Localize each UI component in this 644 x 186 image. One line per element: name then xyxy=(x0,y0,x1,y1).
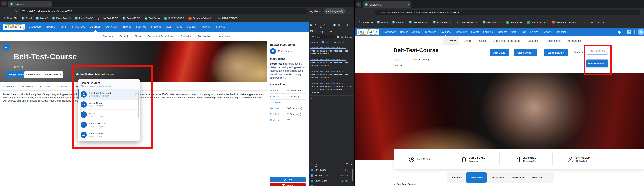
app-nav-item[interactable]: Boards xyxy=(400,28,408,36)
help-icon[interactable]: ? xyxy=(627,30,632,34)
notifications-bell-icon[interactable] xyxy=(618,31,620,33)
devtools-menu-icon[interactable] xyxy=(342,24,344,26)
console-source-link[interactable]: course-overview.component.ht… xyxy=(310,58,352,61)
app-nav-item[interactable]: Reports xyxy=(542,28,552,36)
back-icon[interactable]: ← xyxy=(357,11,362,14)
app-nav-item[interactable]: Admin xyxy=(60,22,67,32)
subnav-item[interactable]: Calendar xyxy=(181,32,191,41)
bookmark-item[interactable]: Devenv - Calimatic... xyxy=(188,17,214,20)
course-tab[interactable]: Discussion xyxy=(487,172,508,183)
back-circle-button[interactable] xyxy=(2,43,10,51)
reload-icon[interactable]: ↻ xyxy=(368,11,373,14)
bookmark-item[interactable]: FlowHCM xyxy=(3,17,17,20)
app-nav-item[interactable]: Events xyxy=(471,28,479,36)
online-class-button[interactable]: Online Class▾ xyxy=(24,71,45,78)
join-class-button[interactable]: Join Class xyxy=(490,49,509,56)
subnav-item[interactable]: Calendar xyxy=(527,36,538,45)
subnav-item[interactable]: Transactions xyxy=(545,36,560,45)
student-list-item[interactable]: 11 10 10 Student ID: 5760 xyxy=(78,109,140,120)
bookmark-item[interactable]: Test Cases xyxy=(144,17,160,20)
forward-icon[interactable]: → xyxy=(362,11,368,14)
bookmark-star-icon[interactable] xyxy=(318,10,321,13)
app-nav-item[interactable]: Financial xyxy=(214,22,225,32)
student-list-item[interactable]: No Student Selected View general curricu… xyxy=(78,89,140,99)
devtools-close-icon[interactable] xyxy=(346,23,348,26)
bookmark-item[interactable]: Demo PROD xyxy=(483,21,502,24)
subnav-item[interactable]: Courses xyxy=(102,32,113,41)
bookmark-item[interactable]: BUGS/ISSUES xyxy=(164,17,184,20)
edit-button[interactable]: Edit xyxy=(270,177,306,182)
tab-close-icon[interactable]: × xyxy=(408,3,409,6)
app-nav-item[interactable]: CRM xyxy=(176,22,182,32)
bookmark-item[interactable]: Demo Dev V3 xyxy=(52,17,70,20)
more-panels-icon[interactable] xyxy=(320,23,321,26)
browser-menu-icon[interactable] xyxy=(348,9,351,13)
issues-bubble-icon[interactable] xyxy=(327,24,329,26)
app-nav-item[interactable]: CRM xyxy=(520,28,526,36)
student-select-dropdown[interactable]: Hilel Houston xyxy=(587,48,608,54)
metric-checkbox[interactable] xyxy=(310,186,313,186)
student-list-item[interactable]: WM Wyoming Mcdowell Student ID: 9514 xyxy=(78,140,140,141)
student-list-item[interactable]: AV Aaron Valdez Student ID: 8957 xyxy=(78,130,140,140)
student-list-item[interactable]: VR Vance Rowe Student ID: 3737 xyxy=(78,99,140,109)
subnav-item[interactable]: Enrollment Form Setup xyxy=(148,32,174,41)
drawer-scrollbar[interactable] xyxy=(352,169,353,181)
bookmark-item[interactable]: BUGS/ISSUES xyxy=(526,21,548,24)
demo-logo[interactable]: DEMO xyxy=(2,24,24,30)
console-filter-input[interactable]: Filter xyxy=(310,35,336,39)
metric-checkbox[interactable] xyxy=(310,180,313,182)
bookmark-item[interactable]: Live Test PROD xyxy=(98,17,118,20)
app-nav-item[interactable]: Admin xyxy=(412,28,420,36)
tab-search-chevron-button[interactable] xyxy=(356,2,362,7)
warning-icon[interactable] xyxy=(323,23,325,26)
app-nav-item[interactable]: Events xyxy=(123,22,131,32)
forward-icon[interactable]: → xyxy=(7,9,13,13)
incognito-badge[interactable]: Incognito (2) xyxy=(324,8,346,14)
console-source-link[interactable]: course-overview.component.ht… xyxy=(310,46,352,49)
console-prompt[interactable]: > xyxy=(309,96,354,102)
browser-tab[interactable]: Calimatic × xyxy=(8,1,52,7)
white-board-button[interactable]: White Board▾ xyxy=(42,71,64,78)
bookmark-item[interactable]: Devenv - Calimatic... xyxy=(552,21,579,24)
password-key-icon[interactable] xyxy=(314,10,316,12)
clear-console-icon[interactable] xyxy=(314,30,316,32)
app-nav-item[interactable]: Courses xyxy=(90,22,101,32)
app-nav-item[interactable]: Families xyxy=(483,28,493,36)
app-nav-item[interactable]: Franchises xyxy=(72,22,85,32)
context-selector[interactable]: top xyxy=(320,30,324,32)
issues-count-label[interactable]: 33 Issues: xyxy=(310,41,320,43)
student-option-highlighted[interactable]: Hilel Houston xyxy=(586,60,608,67)
drawer-more-tabs-icon[interactable] xyxy=(316,163,317,166)
new-tab-button[interactable]: + xyxy=(414,2,416,6)
address-bar[interactable]: core-lms.calibermatrix.com/CoursePlayer/… xyxy=(375,10,641,15)
bookmark-item[interactable]: Test Cases xyxy=(506,21,522,24)
bookmark-item[interactable]: Portal Dev V3 xyxy=(75,17,93,20)
subnav-item[interactable]: Courses xyxy=(443,36,460,45)
devtools-settings-icon[interactable] xyxy=(338,24,340,26)
app-nav-item[interactable]: Financial xyxy=(556,28,566,36)
metric-checkbox[interactable] xyxy=(310,175,313,177)
student-list-item[interactable]: XG Xanthus Garza Student ID: 6268 xyxy=(78,120,140,130)
course-tab[interactable]: Curriculum xyxy=(21,82,32,90)
browser-tab[interactable]: CALIMATIC × xyxy=(363,1,411,8)
app-nav-item[interactable]: Curriculum xyxy=(106,22,118,32)
log-levels-dropdown[interactable]: Custom levels ▾ xyxy=(337,36,352,38)
app-nav-item[interactable]: Reports xyxy=(200,22,210,32)
dock-side-icon[interactable] xyxy=(346,163,348,165)
app-nav-item[interactable]: Staff xyxy=(166,22,172,32)
bookmark-item[interactable]: HTML EDITOR xyxy=(218,17,238,20)
bookmark-item[interactable]: Live Test PROD xyxy=(457,21,478,24)
subnav-item[interactable]: Class xyxy=(134,32,141,41)
subnav-item[interactable]: Attendance xyxy=(219,32,232,41)
bookmark-item[interactable]: Board xyxy=(377,21,388,24)
device-toolbar-icon[interactable] xyxy=(314,24,316,26)
subnav-item[interactable]: Attendance xyxy=(567,36,581,45)
subnav-item[interactable]: Enrollment Form Setup xyxy=(493,36,520,45)
subnav-item[interactable]: Transactions xyxy=(198,32,212,41)
demo-logo[interactable]: DEMO xyxy=(358,29,379,35)
address-bar[interactable]: portalv3.calibermatrix.com/#/courses/526 xyxy=(20,8,308,14)
curriculum-accordion-header[interactable]: Belt-Test-Course xyxy=(394,183,416,186)
app-nav-item[interactable]: Staff xyxy=(511,28,516,36)
drawer-close-icon[interactable] xyxy=(350,163,352,166)
subnav-item[interactable]: Class xyxy=(479,36,486,45)
